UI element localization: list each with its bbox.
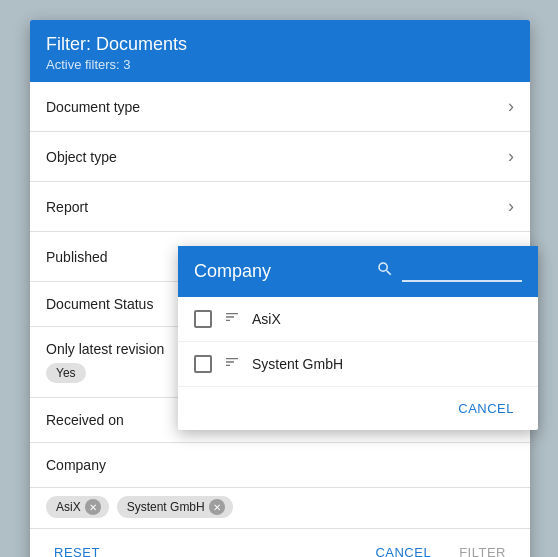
filter-item-label: Document Status [46, 296, 153, 312]
company-list-item-systent[interactable]: Systent GmbH [178, 342, 538, 387]
chevron-right-icon: › [508, 196, 514, 217]
filter-lines-icon [224, 354, 240, 374]
reset-button[interactable]: RESET [46, 539, 108, 557]
company-dropdown-title: Company [194, 261, 271, 282]
filter-item-label: Document type [46, 99, 140, 115]
filter-item-object-type[interactable]: Object type › [30, 132, 530, 182]
company-list-item-asix[interactable]: AsiX [178, 297, 538, 342]
filter-item-report[interactable]: Report › [30, 182, 530, 232]
filter-item-label: Company [46, 457, 106, 473]
company-tags-row: AsiX ✕ Systent GmbH ✕ [30, 488, 530, 528]
footer-actions: CANCEL FILTER [367, 539, 514, 557]
tag-label: AsiX [56, 500, 81, 514]
filter-item-label: Object type [46, 149, 117, 165]
filter-footer: RESET CANCEL FILTER [30, 528, 530, 557]
filter-header: Filter: Documents Active filters: 3 [30, 20, 530, 82]
company-dropdown: Company AsiX Systent GmbH [178, 246, 538, 430]
company-name: Systent GmbH [252, 356, 343, 372]
filter-button[interactable]: FILTER [451, 539, 514, 557]
company-search-input[interactable] [402, 262, 522, 282]
filter-title: Filter: Documents [46, 34, 514, 55]
search-icon [376, 260, 394, 283]
filter-lines-icon [224, 309, 240, 329]
chevron-right-icon: › [508, 146, 514, 167]
company-tag-asix[interactable]: AsiX ✕ [46, 496, 109, 518]
cancel-button[interactable]: CANCEL [367, 539, 439, 557]
badge-value: Yes [56, 366, 76, 380]
filter-subtitle: Active filters: 3 [46, 57, 514, 72]
dropdown-cancel-area: CANCEL [178, 387, 538, 430]
company-checkbox-asix[interactable] [194, 310, 212, 328]
tag-close-icon[interactable]: ✕ [209, 499, 225, 515]
dropdown-cancel-button[interactable]: CANCEL [450, 395, 522, 422]
chevron-right-icon: › [508, 96, 514, 117]
tag-label: Systent GmbH [127, 500, 205, 514]
tag-close-icon[interactable]: ✕ [85, 499, 101, 515]
filter-item-label: Received on [46, 412, 124, 428]
yes-badge: Yes [46, 363, 86, 383]
company-search-area [376, 260, 522, 283]
filter-item-document-type[interactable]: Document type › [30, 82, 530, 132]
company-name: AsiX [252, 311, 281, 327]
company-tag-systent[interactable]: Systent GmbH ✕ [117, 496, 233, 518]
filter-item-label: Published [46, 249, 108, 265]
filter-item-label: Only latest revision [46, 341, 164, 357]
company-dropdown-header: Company [178, 246, 538, 297]
filter-item-company[interactable]: Company [30, 443, 530, 488]
company-checkbox-systent[interactable] [194, 355, 212, 373]
filter-item-label: Report [46, 199, 88, 215]
